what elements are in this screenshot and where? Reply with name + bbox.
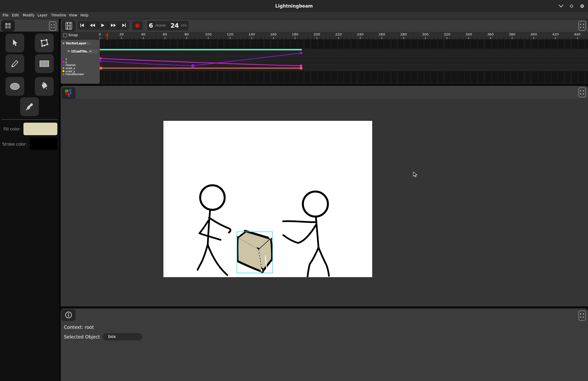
frame-label: FRAME [155,24,166,27]
ruler-tick-minor [282,37,282,39]
ruler-tick-major [468,37,469,39]
ruler-label-80: 80 [185,32,189,36]
ruler-tick-minor [568,37,569,39]
close-button[interactable] [580,0,584,12]
menu-modify[interactable]: Modify [23,12,34,19]
skip-end-button[interactable] [119,21,129,30]
ruler-tick-minor [139,37,139,39]
minimize-button[interactable] [558,0,564,12]
fullscreen-icon [580,90,584,94]
menu-file[interactable]: File [3,12,9,19]
ruler-tick-minor [364,37,365,39]
ruler-tick-minor [421,37,421,39]
play-button[interactable] [98,21,108,30]
menu-layer[interactable]: Layer [38,12,47,19]
ruler-tick-minor [429,37,430,39]
object-visibility-toggle[interactable] [89,50,93,53]
skip-start-button[interactable] [77,21,88,30]
menu-edit[interactable]: Edit [12,12,19,19]
property-color-dot [63,73,64,75]
property-row-scale_x[interactable]: scale_x [63,67,75,70]
ruler-tick-minor [342,37,343,39]
caret-down-icon[interactable] [67,50,70,52]
timeline-tracks[interactable]: VectorLayer [L] 151ad70a... ~ xyrotation… [61,39,588,84]
info-button[interactable] [62,309,76,321]
figure1-arm1 [209,218,230,233]
fast-forward-button[interactable] [108,21,119,30]
logo-button[interactable] [62,87,76,99]
pencil-tool-button[interactable] [5,54,24,73]
stroke-color-swatch[interactable] [30,138,57,150]
property-row-y[interactable]: y [63,61,67,64]
ruler-label-60: 60 [163,32,167,36]
ruler-tick-minor [586,37,586,39]
rewind-button[interactable] [88,21,98,30]
ruler-tick-minor [486,37,486,39]
ruler-tick-major [555,37,556,39]
ruler-tick-major [273,37,274,39]
frame-stripes-bottom [100,71,588,83]
ruler-tick-major [295,37,295,39]
canvas-fullscreen-button[interactable] [578,87,586,98]
ruler-tick-minor [134,37,135,39]
ruler-label-20: 20 [119,32,124,36]
left-panel-expand-button[interactable] [49,21,56,31]
ruler-tick-minor [499,37,499,39]
record-button[interactable] [132,21,143,30]
chevron-down-icon [558,4,564,8]
panel-grid-button[interactable] [1,20,15,32]
menu-bar: FileEditModifyLayerTimelineViewHelp [0,12,588,19]
timeline-fullscreen-button[interactable] [578,21,586,31]
ruler-tick-minor [369,37,369,39]
object-tween-toggle[interactable]: ~ [94,50,97,53]
ruler-label-0: 0 [99,32,101,36]
ruler-tick-major [490,37,491,39]
ruler-tick-minor [238,37,239,39]
timeline-ruler[interactable]: Snap 02040608010012014016018020022024026… [61,32,588,39]
property-color-dot [63,67,64,69]
menu-view[interactable]: View [69,12,77,19]
ellipse-tool-button[interactable] [5,77,24,96]
menu-timeline[interactable]: Timeline [51,12,66,19]
caret-down-icon[interactable] [62,43,65,45]
ruler-tick-minor [395,37,395,39]
figure2-leg1 [308,247,318,277]
ruler-tick-minor [438,37,439,39]
ruler-tick-minor [312,37,313,39]
ruler-tick-minor [573,37,573,39]
property-row-x[interactable]: x [63,57,67,61]
selected-object-value[interactable]: box [103,333,142,340]
property-row-scale_y[interactable]: scale_y [63,70,75,73]
layer-row[interactable]: VectorLayer [L] [61,40,100,47]
eyedropper-tool-button[interactable] [20,97,39,116]
property-row-frameNumber[interactable]: frameNumber [63,73,84,76]
paint-bucket-tool-button[interactable] [35,77,54,96]
ruler-tick-major [382,37,382,39]
ruler-tick-minor [525,37,525,39]
rectangle-tool-button[interactable] [35,54,54,73]
ruler-tick-major [186,37,187,39]
layer-badge: [L] [87,42,90,45]
object-name[interactable]: 151ad70a... [71,50,88,53]
ruler-tick-minor [173,37,174,39]
ruler-tick-major [230,37,230,39]
left-panel-header [0,19,59,32]
ruler-tick-major [512,37,512,39]
ruler-tick-minor [373,37,373,39]
ruler-tick-major [165,37,165,39]
transform-tool-button[interactable] [35,34,54,52]
maximize-button[interactable] [569,0,574,12]
stage[interactable] [163,121,372,277]
film-button[interactable] [62,20,76,32]
pencil-icon [11,59,19,68]
fill-color-swatch[interactable] [23,123,57,135]
ruler-tick-minor [152,37,152,39]
property-row-rotation[interactable]: rotation [63,63,76,67]
ruler-label-340: 340 [466,32,472,36]
figure1-head [200,185,225,210]
info-fullscreen-button[interactable] [578,311,586,321]
snap-checkbox[interactable] [63,33,67,38]
menu-help[interactable]: Help [80,12,88,19]
select-tool-button[interactable] [5,34,24,52]
property-label: frameNumber [65,73,84,76]
